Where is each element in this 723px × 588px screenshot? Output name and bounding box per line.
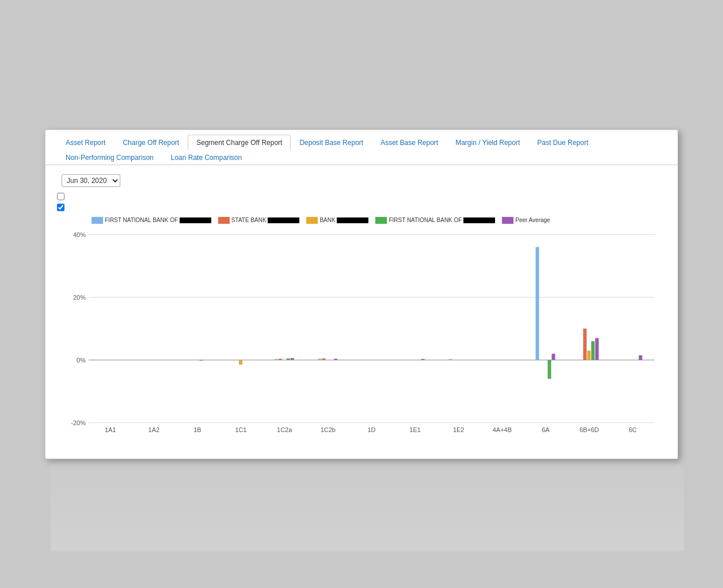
svg-rect-20	[318, 358, 321, 360]
date-select[interactable]: Jun 30, 2020Mar 31, 2020Dec 31, 2019	[62, 174, 120, 187]
legend-item-3: FIRST NATIONAL BANK OF	[375, 217, 495, 224]
svg-text:6A: 6A	[542, 426, 550, 433]
net-chargeoffs-checkbox[interactable]	[57, 204, 64, 211]
legend-item-0: FIRST NATIONAL BANK OF	[92, 217, 211, 224]
tab-segment-charge-off-report[interactable]: Segment Charge Off Report	[188, 135, 291, 150]
svg-rect-39	[639, 355, 642, 360]
legend-text-0: FIRST NATIONAL BANK OF	[105, 217, 211, 223]
legend-item-4: Peer Average	[502, 217, 550, 224]
tab-asset-base-report[interactable]: Asset Base Report	[372, 135, 447, 150]
svg-rect-31	[547, 360, 551, 379]
reflection	[51, 459, 684, 551]
svg-text:6B+6D: 6B+6D	[580, 426, 599, 433]
chart-svg: 40%20%0%-20%1A11A21B1C11C2a1C2b1D1E11E24…	[57, 228, 666, 447]
svg-text:4A+4B: 4A+4B	[493, 426, 512, 433]
svg-rect-35	[587, 350, 591, 360]
tab-charge-off-report[interactable]: Charge Off Report	[114, 135, 188, 150]
svg-rect-22	[334, 358, 337, 360]
svg-rect-16	[279, 358, 282, 360]
legend-text-2: BANK	[319, 217, 368, 223]
tab-non-performing-comparison[interactable]: Non-Performing Comparison	[57, 150, 162, 165]
svg-text:1D: 1D	[367, 426, 375, 433]
svg-text:40%: 40%	[73, 231, 86, 238]
tab-asset-report[interactable]: Asset Report	[57, 135, 114, 150]
net-chargeoffs-row	[57, 204, 666, 211]
chart-legend: FIRST NATIONAL BANK OF STATE BANK BANK F…	[57, 217, 666, 224]
svg-rect-18	[291, 358, 294, 360]
svg-rect-15	[275, 359, 278, 360]
tab-margin-yield-report[interactable]: Margin / Yield Report	[447, 135, 528, 150]
svg-text:1C2a: 1C2a	[277, 426, 292, 433]
tab-past-due-report[interactable]: Past Due Report	[528, 135, 597, 150]
tab-loan-rate-comparison[interactable]: Loan Rate Comparison	[162, 150, 250, 165]
svg-text:1A1: 1A1	[105, 426, 116, 433]
svg-rect-36	[591, 341, 595, 360]
svg-rect-37	[595, 338, 599, 360]
svg-text:1E2: 1E2	[453, 426, 465, 433]
legend-color-1	[218, 217, 230, 224]
svg-text:20%: 20%	[73, 293, 86, 300]
content-area: Jun 30, 2020Mar 31, 2020Dec 31, 2019 FIR…	[45, 165, 678, 459]
svg-rect-30	[536, 247, 539, 360]
legend-text-1: STATE BANK	[231, 217, 300, 223]
legend-color-2	[306, 217, 318, 224]
svg-rect-34	[583, 329, 587, 360]
legend-text-4: Peer Average	[515, 217, 550, 223]
controls-row: Jun 30, 2020Mar 31, 2020Dec 31, 2019	[57, 174, 666, 187]
legend-item-2: BANK	[306, 217, 368, 224]
svg-rect-13	[239, 360, 242, 364]
legend-item-1: STATE BANK	[218, 217, 300, 224]
legend-color-4	[502, 217, 513, 224]
svg-text:1C2b: 1C2b	[321, 426, 336, 433]
tab-deposit-base-report[interactable]: Deposit Base Report	[291, 135, 372, 150]
tabs-bar: Asset ReportCharge Off ReportSegment Cha…	[45, 130, 678, 165]
legend-color-0	[92, 217, 103, 224]
svg-rect-17	[287, 358, 290, 360]
svg-rect-32	[551, 353, 555, 360]
svg-text:0%: 0%	[77, 356, 86, 363]
svg-rect-11	[199, 360, 203, 360]
svg-text:1B: 1B	[193, 426, 201, 433]
svg-rect-21	[322, 358, 325, 360]
svg-text:-20%: -20%	[71, 419, 86, 426]
svg-rect-27	[448, 359, 452, 360]
legend-text-3: FIRST NATIONAL BANK OF	[389, 217, 495, 223]
svg-rect-25	[421, 359, 425, 360]
hide-peer-banks-checkbox[interactable]	[57, 193, 64, 200]
svg-text:6C: 6C	[629, 426, 637, 433]
svg-text:1C1: 1C1	[235, 426, 247, 433]
svg-text:1A2: 1A2	[149, 426, 160, 433]
hide-peer-banks-row	[57, 193, 666, 200]
chart-container: 40%20%0%-20%1A11A21B1C11C2a1C2b1D1E11E24…	[57, 228, 666, 447]
legend-color-3	[375, 217, 387, 224]
svg-text:1E1: 1E1	[409, 426, 421, 433]
